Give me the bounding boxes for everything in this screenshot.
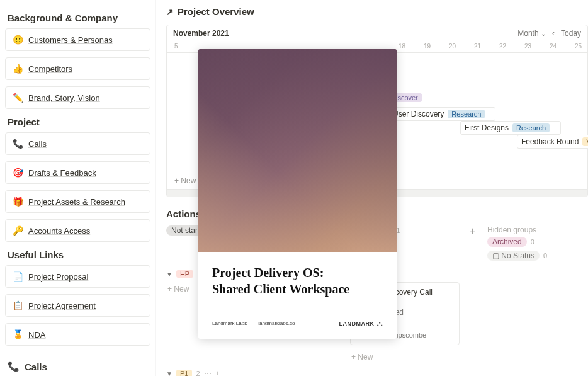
overlay-cover-image [198,49,397,252]
nav-label: NDA [28,330,45,339]
bar-title: Feedback Round [521,137,579,146]
bar-title: User Discovery [393,110,444,118]
nav-nda[interactable]: 🏅 NDA [5,323,150,346]
tag-research: Research [448,110,485,118]
today-button[interactable]: Today [561,29,581,38]
app-root: Background & Company 🙂 Customers & Perso… [0,0,588,376]
nav-drafts-feedback[interactable]: 🎯 Drafts & Feedback [5,161,150,184]
group-more-p1[interactable]: ⋯ + [204,369,220,376]
day-label: 19 [424,43,431,50]
view-switch[interactable]: Month ⌄ [517,29,546,38]
timeline-month-label: November 2021 [173,29,229,38]
day-label: 24 [550,43,557,50]
day-label: 18 [399,43,405,50]
thumbs-up-icon: 👍 [12,63,23,74]
phone-icon: 📞 [8,361,20,372]
overlay-footer-company: Landmark Labs [212,321,247,326]
nostatus-count: 0 [543,252,547,259]
nav-assets-research[interactable]: 🎁 Project Assets & Research [5,190,150,213]
timeline-controls: Month ⌄ ‹ Today [517,29,581,38]
overview-title-text: Project Overview [178,6,254,17]
nav-label: Project Proposal [28,272,88,282]
nav-accounts-access[interactable]: 🔑 Accounts Access [5,219,150,242]
section-title-background: Background & Company [8,13,150,23]
tag-research: Research [512,123,550,132]
nav-label: Drafts & Feedback [28,168,96,178]
nav-label: Brand, Story, Vision [28,93,100,103]
prev-button[interactable]: ‹ [552,29,555,38]
hidden-groups-toggle[interactable]: Hidden groups [487,225,573,234]
overlay-footer-url: landmarklabs.co [258,321,295,326]
timeline-header: November 2021 Month ⌄ ‹ Today [167,25,587,42]
calls-label: Calls [25,362,47,372]
day-label: 23 [524,43,531,50]
day-label: 5 [174,43,178,50]
chevron-down-icon: ⌄ [541,30,546,37]
day-label: 25 [575,43,582,50]
status-archived[interactable]: Archived [487,237,527,247]
bar-title: First Designs [465,123,509,132]
day-label: 22 [499,43,506,50]
overlay-body: Project Delivery OS: Shared Client Works… [198,252,397,339]
clipboard-icon: 📋 [12,300,23,311]
section-title-links: Useful Links [8,249,150,260]
smile-icon: 🙂 [12,34,23,45]
nav-project-proposal[interactable]: 📄 Project Proposal [5,265,150,288]
priority-p1[interactable]: P1 [176,370,192,376]
complete-count: 1 [396,227,400,234]
key-icon: 🔑 [12,225,23,236]
priority-hp[interactable]: HP [176,270,193,278]
pencil-icon: ✏️ [12,92,23,103]
day-label: 21 [474,43,481,50]
calls-section-header: 📞 Calls [5,361,150,372]
timeline-bar-feedback-round[interactable]: Feedback Round Validatio [517,135,588,149]
p1-count: 2 [196,370,200,376]
timeline-bar-user-discovery[interactable]: User Discovery Research [388,107,495,121]
col-hidden-groups: Hidden groups Archived 0 ▢ No Status 0 [487,225,573,265]
nav-label: Project Assets & Research [28,197,125,207]
tag-validation: Validatio [582,137,588,146]
overlay-footer: Landmark Labs landmarklabs.co LANDMARK ⸫ [212,314,383,329]
target-icon: 🎯 [12,167,23,178]
status-nostatus[interactable]: ▢ No Status [487,251,540,261]
open-arrow-icon[interactable]: ↗ [166,7,174,17]
gift-icon: 🎁 [12,196,23,207]
overlay-brand: LANDMARK ⸫ [339,318,383,329]
phone-icon: 📞 [12,138,23,149]
group-p1-row: ▼ P1 2 ⋯ + [166,369,588,376]
archived-count: 0 [531,238,534,246]
nav-label: Customers & Personas [28,35,113,45]
sidebar: Background & Company 🙂 Customers & Perso… [0,0,156,376]
new-card-complete-hp[interactable]: + New [350,350,460,364]
nav-label: Competitors [28,64,72,74]
nav-customers-personas[interactable]: 🙂 Customers & Personas [5,28,150,51]
project-overview-heading: ↗ Project Overview [166,0,588,21]
landmark-logo-icon: ⸫ [377,318,383,329]
overlay-title: Project Delivery OS: Shared Client Works… [212,265,383,297]
document-icon: 📄 [12,271,23,282]
nav-label: Calls [28,139,47,149]
nav-brand-story[interactable]: ✏️ Brand, Story, Vision [5,86,150,109]
day-label: 20 [449,43,456,50]
nav-label: Accounts Access [28,226,90,236]
nav-label: Project Agreement [28,301,96,310]
section-title-project: Project [8,117,150,127]
overlay-cover-card[interactable]: Project Delivery OS: Shared Client Works… [198,49,397,339]
nav-calls[interactable]: 📞 Calls [5,132,150,155]
medal-icon: 🏅 [12,329,23,340]
group-toggle-hp[interactable]: ▼ [166,271,172,278]
timeline-bar-first-designs[interactable]: First Designs Research [460,121,561,135]
group-p1: ▼ P1 2 ⋯ + Share all accounts and passwo… [166,369,588,376]
nav-competitors[interactable]: 👍 Competitors [5,57,150,80]
add-column[interactable]: + [466,225,481,237]
nav-project-agreement[interactable]: 📋 Project Agreement [5,294,150,317]
group-toggle-p1[interactable]: ▼ [166,370,172,377]
